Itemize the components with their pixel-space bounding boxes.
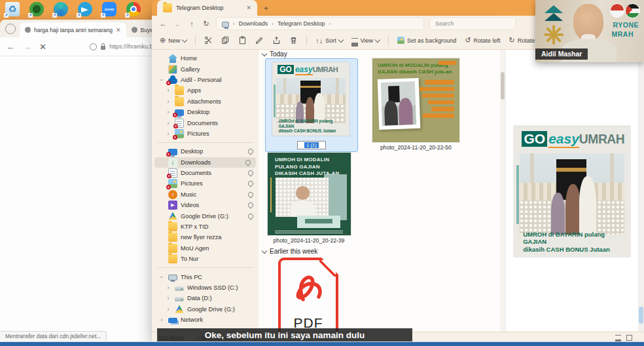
chrome-icon[interactable]: ↗ [126, 2, 141, 16]
close-tab-icon[interactable]: ✕ [246, 5, 251, 11]
folder-icon [168, 222, 177, 231]
back-icon[interactable]: ← [158, 20, 168, 28]
thumbnail-view-icon[interactable] [626, 335, 632, 341]
green-app-icon[interactable]: ↗ [29, 2, 44, 16]
chevron-icon[interactable]: › [165, 295, 171, 301]
zoom-app-icon[interactable]: zoom↗ [102, 2, 116, 16]
back-icon[interactable]: ← [7, 42, 15, 52]
folder-icon [168, 254, 177, 263]
sidebar-item-od-documents[interactable]: › x Documents [152, 117, 259, 128]
scrollbar[interactable] [500, 50, 505, 332]
file-item-selected[interactable]: GOeasyUMRAH UMROH di BAYARIN pulang GAJI… [265, 58, 358, 152]
chevron-icon[interactable]: › [158, 274, 165, 280]
sort-button[interactable]: ↑↓ Sort [315, 37, 343, 45]
chevron-icon[interactable]: › [165, 98, 171, 105]
recycle-bin-icon[interactable]: ♻↗ [5, 2, 20, 16]
sidebar-item-ktp[interactable]: KTP x TID [152, 221, 259, 232]
webcam-bg-text: RYONE [613, 21, 639, 29]
sidebar-item-downloads[interactable]: ↓ Downloads [154, 157, 256, 168]
sidebar-item-new-flyer[interactable]: new flyer rezza [152, 232, 259, 242]
sidebar-item-this-pc[interactable]: › This PC [152, 271, 259, 282]
up-icon[interactable]: ↑ [187, 20, 196, 28]
sidebar-item-home[interactable]: Home [152, 53, 259, 64]
group-header-today[interactable]: Today [262, 50, 287, 58]
sidebar-item-apps[interactable]: › Apps [152, 85, 259, 96]
sidebar-item-videos[interactable]: ▶ Videos [152, 200, 259, 210]
pin-icon [244, 159, 251, 166]
desktop-icon: x [168, 149, 177, 155]
forward-icon[interactable]: → [23, 42, 31, 52]
scrollbar[interactable] [638, 50, 644, 332]
sidebar-item-pictures[interactable]: x Pictures [152, 178, 259, 189]
recent-locations-icon[interactable]: ⌄ [173, 20, 182, 28]
gallery-icon [168, 65, 177, 74]
pin-icon [247, 169, 254, 176]
tab-search-icon[interactable] [5, 24, 16, 34]
breadcrumb-separator: › [272, 21, 274, 27]
chevron-icon[interactable]: › [165, 87, 171, 94]
documents-icon: x [168, 168, 177, 178]
file-item-pdf[interactable]: PDF [278, 258, 338, 332]
chevron-icon[interactable]: › [158, 77, 165, 83]
flyer-thumbnail-2: UMROH di MODALIN pulangGAJIAN dikasih CA… [372, 58, 459, 142]
copy-icon[interactable] [221, 36, 230, 45]
chevron-icon[interactable]: › [165, 120, 171, 126]
search-input[interactable]: Search [429, 17, 516, 30]
sidebar-item-desktop[interactable]: x Desktop [152, 146, 259, 157]
new-button[interactable]: ⊕ New [160, 36, 187, 45]
sidebar-item-od-pictures[interactable]: › x Pictures [152, 128, 259, 139]
sidebar-item-network[interactable]: › Network [152, 315, 259, 325]
sidebar-item-od-desktop[interactable]: › x Desktop [152, 107, 259, 117]
view-button[interactable]: View [351, 37, 380, 44]
paste-icon[interactable] [238, 36, 247, 45]
sidebar-item-to-nur[interactable]: To Nur [152, 254, 259, 264]
breadcrumb-downloads[interactable]: Downloads [239, 20, 268, 27]
sidebar-item-drive-g[interactable]: › Google Drive (G:) [152, 304, 259, 315]
this-pc-icon [168, 275, 177, 280]
stop-icon[interactable]: ✕ [39, 42, 46, 52]
edge-icon[interactable]: ↗ [54, 2, 68, 16]
sidebar-item-music[interactable]: ♪ Music [152, 189, 259, 200]
file-name: photo_2024-11-20_20-22-50 [380, 144, 452, 151]
sidebar-item-onedrive[interactable]: › x Aidil - Personal [152, 75, 259, 85]
set-as-background-button[interactable]: Set as background [397, 37, 456, 44]
rename-input[interactable]: 1 (1) [297, 141, 326, 149]
share-icon[interactable] [272, 36, 281, 45]
rename-icon[interactable] [255, 36, 264, 45]
sidebar-item-mou-agen[interactable]: MoU Agen [152, 243, 259, 254]
telegram-icon[interactable]: ↗ [78, 2, 92, 16]
subtitle-bar: Oke, sebelum itu ini saya namain dulu [157, 328, 412, 342]
refresh-icon[interactable]: ↻ [202, 20, 211, 28]
sidebar-item-attachments[interactable]: › Attachments [152, 96, 259, 107]
group-header-earlier[interactable]: Earlier this week [262, 248, 317, 255]
home-icon [168, 54, 177, 63]
file-item-photo-39[interactable]: UMROH DI MODALINPULANG GAJIANDIKASIH CAS… [267, 153, 351, 244]
chevron-icon[interactable]: › [158, 317, 165, 323]
pin-icon [247, 148, 254, 155]
close-tab-icon[interactable]: ✕ [116, 27, 121, 33]
file-item-photo-50[interactable]: UMROH di MODALIN pulangGAJIAN dikasih CA… [372, 58, 460, 151]
new-tab-button[interactable]: + [260, 4, 272, 13]
file-name: photo_2024-11-20_20-22-39 [274, 237, 345, 244]
scrollbar-thumb[interactable] [639, 307, 643, 324]
site-info-icon[interactable] [90, 43, 97, 50]
breadcrumb-telegram-desktop[interactable]: Telegram Desktop [277, 20, 325, 27]
scrollbar-thumb[interactable] [501, 72, 505, 100]
cut-icon[interactable] [204, 36, 213, 45]
details-view-icon[interactable] [615, 335, 621, 339]
chevron-icon[interactable]: › [165, 109, 171, 115]
lock-icon [101, 46, 105, 50]
rotate-left-button[interactable]: ↺ Rotate left [465, 36, 500, 45]
chevron-icon[interactable]: › [165, 306, 171, 313]
sidebar-item-documents[interactable]: x Documents [152, 168, 259, 178]
sidebar-item-drive-c[interactable]: › Windows SSD (C:) [152, 282, 259, 293]
sidebar-item-gallery[interactable]: Gallery [152, 64, 259, 74]
chevron-icon[interactable]: › [165, 284, 171, 291]
delete-icon[interactable] [289, 36, 298, 45]
explorer-tab[interactable]: Telegram Desktop ✕ [157, 0, 257, 16]
sidebar-item-google-drive[interactable]: Google Drive (G:) [152, 210, 259, 221]
browser-tab-1[interactable]: harga haji tanpa antri semarang ✕ [20, 22, 126, 37]
chevron-icon[interactable]: › [165, 130, 171, 137]
browser-tab-1-label: harga haji tanpa antri semarang [34, 27, 113, 33]
sidebar-item-drive-d[interactable]: › Data (D:) [152, 293, 259, 303]
